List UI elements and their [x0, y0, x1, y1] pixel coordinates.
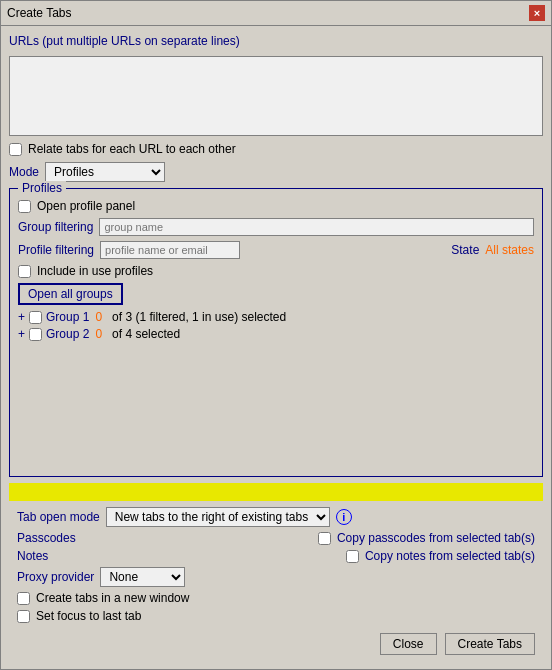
- new-window-label: Create tabs in a new window: [36, 591, 189, 605]
- set-focus-label: Set focus to last tab: [36, 609, 141, 623]
- copy-notes-label: Copy notes from selected tab(s): [365, 549, 535, 563]
- tab-open-mode-label: Tab open mode: [17, 510, 100, 524]
- group1-name: Group 1: [46, 310, 89, 324]
- table-row: + Group 2 0 of 4 selected: [18, 327, 534, 341]
- open-profile-checkbox[interactable]: [18, 200, 31, 213]
- profile-filter-input[interactable]: [100, 241, 240, 259]
- profiles-legend: Profiles: [18, 181, 66, 195]
- main-content: URLs (put multiple URLs on separate line…: [1, 26, 551, 669]
- create-tabs-button[interactable]: Create Tabs: [445, 633, 535, 655]
- group-filter-row: Group filtering: [18, 218, 534, 236]
- close-button[interactable]: Close: [380, 633, 437, 655]
- include-label: Include in use profiles: [37, 264, 153, 278]
- state-label: State: [451, 243, 479, 257]
- group2-name: Group 2: [46, 327, 89, 341]
- group1-expand[interactable]: +: [18, 310, 25, 324]
- new-window-checkbox[interactable]: [17, 592, 30, 605]
- bottom-section: Tab open mode New tabs to the right of e…: [9, 507, 543, 623]
- profile-filter-label: Profile filtering: [18, 243, 94, 257]
- include-checkbox[interactable]: [18, 265, 31, 278]
- group2-expand[interactable]: +: [18, 327, 25, 341]
- create-tabs-window: Create Tabs × URLs (put multiple URLs on…: [0, 0, 552, 670]
- notes-label: Notes: [17, 549, 48, 563]
- relate-tabs-label: Relate tabs for each URL to each other: [28, 142, 236, 156]
- group-filter-input[interactable]: [99, 218, 534, 236]
- copy-passcodes-label: Copy passcodes from selected tab(s): [337, 531, 535, 545]
- copy-notes-checkbox[interactable]: [346, 550, 359, 563]
- title-bar: Create Tabs ×: [1, 1, 551, 26]
- open-profile-label: Open profile panel: [37, 199, 135, 213]
- include-row: Include in use profiles: [18, 264, 534, 278]
- profiles-group: Profiles Open profile panel Group filter…: [9, 188, 543, 477]
- urls-textarea[interactable]: [9, 56, 543, 136]
- close-window-button[interactable]: ×: [529, 5, 545, 21]
- group1-info: of 3 (1 filtered, 1 in use) selected: [112, 310, 286, 324]
- state-value: All states: [485, 243, 534, 257]
- group2-info: of 4 selected: [112, 327, 180, 341]
- passcodes-label: Passcodes: [17, 531, 76, 545]
- window-title: Create Tabs: [7, 6, 71, 20]
- mode-select[interactable]: Profiles Single Multiple: [45, 162, 165, 182]
- info-icon[interactable]: i: [336, 509, 352, 525]
- tab-open-mode-select[interactable]: New tabs to the right of existing tabs N…: [106, 507, 330, 527]
- copy-passcodes-row: Copy passcodes from selected tab(s): [318, 531, 535, 545]
- mode-label: Mode: [9, 165, 39, 179]
- profile-filter-row: Profile filtering State All states: [18, 241, 534, 259]
- table-row: + Group 1 0 of 3 (1 filtered, 1 in use) …: [18, 310, 534, 324]
- set-focus-row: Set focus to last tab: [17, 609, 535, 623]
- mode-row: Mode Profiles Single Multiple: [9, 162, 543, 182]
- copy-notes-row: Copy notes from selected tab(s): [346, 549, 535, 563]
- passcodes-row: Passcodes Copy passcodes from selected t…: [17, 531, 535, 545]
- group-filter-label: Group filtering: [18, 220, 93, 234]
- open-profile-row: Open profile panel: [18, 199, 534, 213]
- notes-row: Notes Copy notes from selected tab(s): [17, 549, 535, 563]
- set-focus-checkbox[interactable]: [17, 610, 30, 623]
- relate-tabs-checkbox[interactable]: [9, 143, 22, 156]
- group-rows: + Group 1 0 of 3 (1 filtered, 1 in use) …: [18, 310, 534, 341]
- relate-tabs-row: Relate tabs for each URL to each other: [9, 142, 543, 156]
- copy-passcodes-checkbox[interactable]: [318, 532, 331, 545]
- group2-count: 0: [95, 327, 102, 341]
- proxy-label: Proxy provider: [17, 570, 94, 584]
- new-window-row: Create tabs in a new window: [17, 591, 535, 605]
- urls-label: URLs (put multiple URLs on separate line…: [9, 34, 543, 48]
- proxy-row: Proxy provider None Provider 1 Provider …: [17, 567, 535, 587]
- tab-open-mode-row: Tab open mode New tabs to the right of e…: [17, 507, 535, 527]
- open-all-groups-button[interactable]: Open all groups: [18, 283, 123, 305]
- yellow-bar: [9, 483, 543, 501]
- profiles-content: Open profile panel Group filtering Profi…: [18, 199, 534, 341]
- buttons-row: Close Create Tabs: [9, 629, 543, 661]
- group1-count: 0: [95, 310, 102, 324]
- proxy-select[interactable]: None Provider 1 Provider 2: [100, 567, 185, 587]
- group2-checkbox[interactable]: [29, 328, 42, 341]
- group1-checkbox[interactable]: [29, 311, 42, 324]
